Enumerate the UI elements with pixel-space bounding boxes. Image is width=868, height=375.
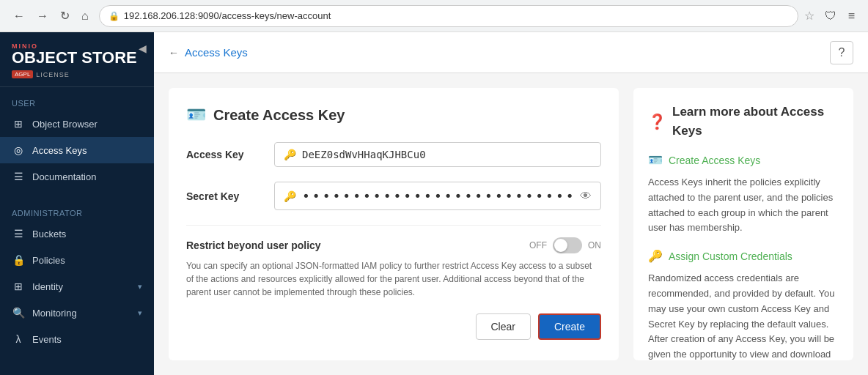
breadcrumb-label: Access Keys bbox=[185, 46, 248, 59]
assign-credentials-icon: 🔑 bbox=[648, 248, 663, 265]
sidebar-label-documentation: Documentation bbox=[32, 171, 142, 182]
toggle-off-label: OFF bbox=[529, 240, 547, 250]
sidebar-label-identity: Identity bbox=[32, 281, 130, 292]
restrict-toggle[interactable] bbox=[553, 237, 582, 253]
events-icon: λ bbox=[12, 333, 25, 346]
breadcrumb-arrow[interactable]: ← bbox=[169, 47, 179, 59]
logo-object-store: OBJECT STORE bbox=[12, 50, 142, 66]
sidebar-label-policies: Policies bbox=[32, 255, 142, 266]
address-bar[interactable]: 🔒 192.168.206.128:9090/access-keys/new-a… bbox=[99, 5, 798, 27]
form-actions: Clear Create bbox=[186, 313, 601, 340]
browser-chrome: ← → ↻ ⌂ 🔒 192.168.206.128:9090/access-ke… bbox=[0, 0, 868, 32]
access-key-input-wrap: 🔑 bbox=[274, 142, 601, 167]
secret-key-label: Secret Key bbox=[186, 190, 274, 202]
sidebar-item-access-keys[interactable]: ◎ Access Keys bbox=[0, 137, 154, 163]
sidebar-label-access-keys: Access Keys bbox=[32, 145, 142, 156]
toggle-knob bbox=[554, 239, 567, 252]
object-browser-icon: ⊞ bbox=[12, 117, 25, 130]
sidebar-item-buckets[interactable]: ☰ Buckets bbox=[0, 220, 154, 247]
back-button[interactable]: ← bbox=[9, 6, 29, 26]
access-key-input[interactable] bbox=[302, 149, 592, 160]
logo-license: LICENSE bbox=[36, 71, 70, 78]
restrict-header: Restrict beyond user policy OFF ON bbox=[186, 237, 601, 253]
secret-key-input-wrap: 🔑 👁 bbox=[274, 182, 601, 210]
secret-key-field-icon: 🔑 bbox=[284, 190, 296, 202]
create-keys-label: Create Access Keys bbox=[669, 153, 760, 168]
logo-badge: AGPL LICENSE bbox=[12, 70, 70, 78]
sidebar-logo: MINIO OBJECT STORE AGPL LICENSE ◀ bbox=[0, 32, 154, 87]
secret-key-input[interactable] bbox=[302, 188, 574, 204]
sidebar-section-user: User ⊞ Object Browser ◎ Access Keys ☰ Do… bbox=[0, 87, 154, 197]
shield-button[interactable]: 🛡 bbox=[820, 7, 841, 26]
identity-chevron-icon: ▾ bbox=[138, 282, 142, 292]
form-panel: 🪪 Create Access Key Access Key 🔑 Secret … bbox=[169, 88, 619, 360]
sidebar-label-events: Events bbox=[32, 334, 142, 345]
menu-button[interactable]: ≡ bbox=[844, 7, 859, 26]
monitoring-icon: 🔍 bbox=[12, 306, 25, 319]
restrict-title: Restrict beyond user policy bbox=[186, 240, 321, 251]
sidebar-item-documentation[interactable]: ☰ Documentation bbox=[0, 163, 154, 190]
restrict-section: Restrict beyond user policy OFF ON You c… bbox=[186, 225, 601, 299]
forward-button[interactable]: → bbox=[32, 6, 53, 26]
assign-credentials-text: Randomized access credentials are recomm… bbox=[648, 271, 839, 360]
browser-actions: 🛡 ≡ bbox=[820, 7, 859, 26]
top-bar: ← Access Keys ? bbox=[154, 32, 868, 73]
access-key-field: Access Key 🔑 bbox=[186, 142, 601, 167]
sidebar: MINIO OBJECT STORE AGPL LICENSE ◀ User ⊞… bbox=[0, 32, 154, 375]
content-area: 🪪 Create Access Key Access Key 🔑 Secret … bbox=[154, 73, 868, 375]
clear-button[interactable]: Clear bbox=[476, 313, 531, 340]
info-section-create: 🪪 Create Access Keys Access Keys inherit… bbox=[648, 152, 839, 236]
sidebar-item-events[interactable]: λ Events bbox=[0, 326, 154, 352]
sidebar-item-identity[interactable]: ⊞ Identity ▾ bbox=[0, 273, 154, 300]
collapse-sidebar-button[interactable]: ◀ bbox=[139, 42, 147, 54]
info-section-assign: 🔑 Assign Custom Credentials Randomized a… bbox=[648, 248, 839, 360]
sidebar-section-admin: Administrator ☰ Buckets 🔒 Policies ⊞ Ide… bbox=[0, 197, 154, 360]
sidebar-label-buckets: Buckets bbox=[32, 229, 142, 240]
toggle-secret-visibility-button[interactable]: 👁 bbox=[580, 190, 592, 203]
main-content: ← Access Keys ? 🪪 Create Access Key Acce… bbox=[154, 32, 868, 375]
logo-agpl: AGPL bbox=[12, 70, 33, 78]
sidebar-item-object-browser[interactable]: ⊞ Object Browser bbox=[0, 111, 154, 137]
sidebar-item-monitoring[interactable]: 🔍 Monitoring ▾ bbox=[0, 300, 154, 326]
assign-credentials-label: Assign Custom Credentials bbox=[669, 249, 792, 264]
security-icon: 🔒 bbox=[108, 11, 119, 21]
refresh-button[interactable]: ↻ bbox=[56, 6, 74, 26]
create-button[interactable]: Create bbox=[538, 313, 601, 340]
identity-icon: ⊞ bbox=[12, 280, 25, 293]
access-key-field-icon: 🔑 bbox=[284, 149, 296, 160]
form-title-icon: 🪪 bbox=[186, 105, 206, 125]
info-title-icon: ❓ bbox=[648, 111, 666, 133]
app-layout: MINIO OBJECT STORE AGPL LICENSE ◀ User ⊞… bbox=[0, 32, 868, 375]
buckets-icon: ☰ bbox=[12, 227, 25, 240]
bookmark-button[interactable]: ☆ bbox=[804, 9, 814, 23]
access-key-label: Access Key bbox=[186, 149, 274, 160]
toggle-wrap: OFF ON bbox=[529, 237, 601, 253]
sidebar-section-admin-title: Administrator bbox=[0, 204, 154, 220]
sidebar-section-user-title: User bbox=[0, 94, 154, 111]
breadcrumb: ← Access Keys bbox=[169, 46, 248, 59]
info-title-text: Learn more about Access Keys bbox=[672, 103, 839, 140]
home-button[interactable]: ⌂ bbox=[77, 6, 93, 26]
sidebar-label-monitoring: Monitoring bbox=[32, 308, 130, 319]
info-title: ❓ Learn more about Access Keys bbox=[648, 103, 839, 140]
access-keys-icon: ◎ bbox=[12, 144, 25, 157]
secret-key-field: Secret Key 🔑 👁 bbox=[186, 182, 601, 210]
url-text: 192.168.206.128:9090/access-keys/new-acc… bbox=[124, 10, 789, 21]
create-keys-icon: 🪪 bbox=[648, 152, 663, 169]
info-panel: ❓ Learn more about Access Keys 🪪 Create … bbox=[633, 88, 853, 360]
policies-icon: 🔒 bbox=[12, 253, 25, 267]
form-title-text: Create Access Key bbox=[213, 107, 345, 124]
toggle-on-label: ON bbox=[588, 240, 601, 250]
form-title: 🪪 Create Access Key bbox=[186, 105, 601, 125]
sidebar-item-policies[interactable]: 🔒 Policies bbox=[0, 247, 154, 273]
monitoring-chevron-icon: ▾ bbox=[138, 308, 142, 318]
info-section-create-title: 🪪 Create Access Keys bbox=[648, 152, 839, 169]
create-keys-text: Access Keys inherit the policies explici… bbox=[648, 175, 839, 236]
info-section-assign-title: 🔑 Assign Custom Credentials bbox=[648, 248, 839, 265]
help-button[interactable]: ? bbox=[830, 41, 853, 64]
sidebar-label-object-browser: Object Browser bbox=[32, 119, 142, 130]
restrict-description: You can specify an optional JSON-formatt… bbox=[186, 259, 601, 299]
documentation-icon: ☰ bbox=[12, 170, 25, 183]
nav-buttons: ← → ↻ ⌂ bbox=[9, 6, 93, 26]
